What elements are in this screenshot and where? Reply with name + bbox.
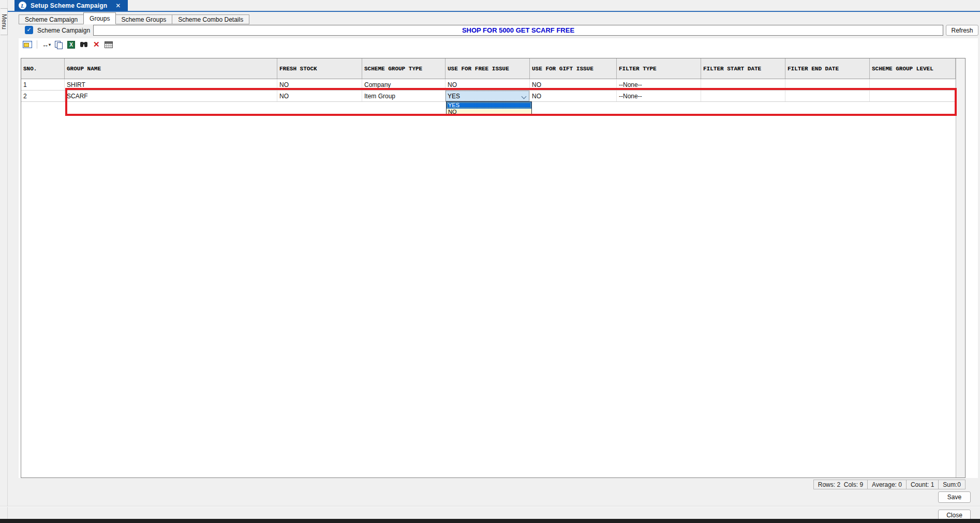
layout-icon[interactable] xyxy=(23,41,32,48)
cell-sno[interactable]: 1 xyxy=(21,79,65,90)
campaign-row: ✓ Scheme Campaign SHOP FOR 5000 GET SCAR… xyxy=(8,24,980,37)
window-tab[interactable]: L Setup Scheme Campaign ✕ xyxy=(14,0,128,11)
cell-scheme-group-type[interactable]: Item Group xyxy=(362,91,446,101)
cell-scheme-group-level[interactable] xyxy=(870,91,956,101)
cell-group-name[interactable]: SHIRT xyxy=(65,79,277,90)
column-header-fresh-stock[interactable]: FRESH STOCK xyxy=(277,58,362,79)
scheme-campaign-label: Scheme Campaign xyxy=(37,27,90,34)
grid-lines-icon[interactable] xyxy=(105,41,113,48)
cell-use-for-free-issue: YES xyxy=(446,91,530,101)
cell-fresh-stock[interactable]: NO xyxy=(277,79,362,90)
tab-scheme-campaign[interactable]: Scheme Campaign xyxy=(19,14,84,24)
column-header-use-for-gift-issue[interactable]: USE FOR GIFT ISSUE xyxy=(530,58,617,79)
table-row: 1 SHIRT NO Company NO NO --None-- xyxy=(21,79,965,91)
column-header-scheme-group-type[interactable]: SCHEME GROUP TYPE xyxy=(362,58,446,79)
status-sum: Sum:0 xyxy=(938,480,966,489)
toolbar-separator xyxy=(37,40,37,49)
cell-sno[interactable]: 2 xyxy=(21,91,65,101)
free-issue-combobox[interactable]: YES xyxy=(446,91,529,101)
menu-flyout-tab[interactable]: Menu xyxy=(1,8,8,35)
excel-export-icon[interactable]: X xyxy=(67,41,75,49)
save-button[interactable]: Save xyxy=(938,491,971,503)
status-rows-cols: Rows: 2 Cols: 9 xyxy=(813,480,868,489)
accent-line xyxy=(8,11,980,12)
campaign-name-field[interactable]: SHOP FOR 5000 GET SCARF FREE xyxy=(93,25,943,36)
column-header-use-for-free-issue[interactable]: USE FOR FREE ISSUE xyxy=(446,58,530,79)
refresh-button[interactable]: Refresh xyxy=(946,25,978,36)
cell-filter-end-date[interactable] xyxy=(785,91,870,101)
cell-filter-end-date[interactable] xyxy=(785,79,870,90)
chevron-down-icon xyxy=(522,94,527,99)
fit-dropdown-arrow-icon: ▾ xyxy=(49,42,50,47)
cell-filter-type[interactable]: --None-- xyxy=(617,79,701,90)
window-title: Setup Scheme Campaign xyxy=(31,2,110,9)
combobox-value: YES xyxy=(448,93,460,100)
delete-icon[interactable]: ✕ xyxy=(93,41,100,48)
close-tab-icon[interactable]: ✕ xyxy=(114,2,122,9)
fit-glyph: ↔ xyxy=(42,41,48,49)
column-header-scheme-group-level[interactable]: SCHEME GROUP LEVEL xyxy=(870,58,956,79)
column-header-filter-type[interactable]: FILTER TYPE xyxy=(617,58,701,79)
tab-scheme-groups[interactable]: Scheme Groups xyxy=(115,14,172,24)
groups-grid: SNO. GROUP NAME FRESH STOCK SCHEME GROUP… xyxy=(21,58,966,478)
cell-fresh-stock[interactable]: NO xyxy=(277,91,362,101)
cell-use-for-gift-issue[interactable]: NO xyxy=(530,79,617,90)
fit-columns-icon[interactable]: ↔▾ xyxy=(42,41,50,49)
grid-toolbar: ↔▾ X ✕ xyxy=(23,39,113,50)
cell-group-name[interactable]: SCARF xyxy=(65,91,277,101)
tab-scheme-combo-details[interactable]: Scheme Combo Details xyxy=(172,14,249,24)
status-average: Average: 0 xyxy=(867,480,907,489)
cell-filter-type[interactable]: --None-- xyxy=(617,91,701,101)
dropdown-option-no[interactable]: NO xyxy=(447,109,531,115)
column-header-group-name[interactable]: GROUP NAME xyxy=(65,58,277,79)
column-header-filter-start-date[interactable]: FILTER START DATE xyxy=(701,58,785,79)
tab-groups[interactable]: Groups xyxy=(83,12,116,24)
vertical-scrollbar[interactable] xyxy=(956,58,965,477)
footer-divider xyxy=(0,506,980,507)
cell-scheme-group-type[interactable]: Company xyxy=(362,79,446,90)
page-tabstrip: Scheme Campaign Groups Scheme Groups Sch… xyxy=(19,13,249,24)
app-logo-icon: L xyxy=(19,2,26,9)
find-icon[interactable] xyxy=(80,41,88,48)
cell-scheme-group-level[interactable] xyxy=(870,79,956,90)
cell-filter-start-date[interactable] xyxy=(701,91,785,101)
menu-label: Menu xyxy=(1,14,8,29)
dropdown-option-yes[interactable]: YES xyxy=(447,102,531,109)
app-window: Menu L Setup Scheme Campaign ✕ Scheme Ca… xyxy=(0,0,980,523)
cell-use-for-free-issue[interactable]: NO xyxy=(446,79,530,90)
column-header-sno[interactable]: SNO. xyxy=(21,58,65,79)
copy-icon[interactable] xyxy=(55,41,63,49)
scheme-campaign-checkbox[interactable]: ✓ xyxy=(25,26,33,34)
cell-use-for-gift-issue[interactable]: NO xyxy=(530,91,617,101)
menu-strip: Menu xyxy=(0,0,8,519)
bottom-bar xyxy=(0,519,980,523)
status-count: Count: 1 xyxy=(906,480,939,489)
column-header-filter-end-date[interactable]: FILTER END DATE xyxy=(785,58,870,79)
status-bar: Rows: 2 Cols: 9 Average: 0 Count: 1 Sum:… xyxy=(814,480,966,489)
combobox-dropdown-list: YES NO xyxy=(446,101,532,116)
cell-filter-start-date[interactable] xyxy=(701,79,785,90)
table-row: 2 SCARF NO Item Group YES NO --None-- xyxy=(21,91,965,102)
grid-header-row: SNO. GROUP NAME FRESH STOCK SCHEME GROUP… xyxy=(21,58,965,79)
